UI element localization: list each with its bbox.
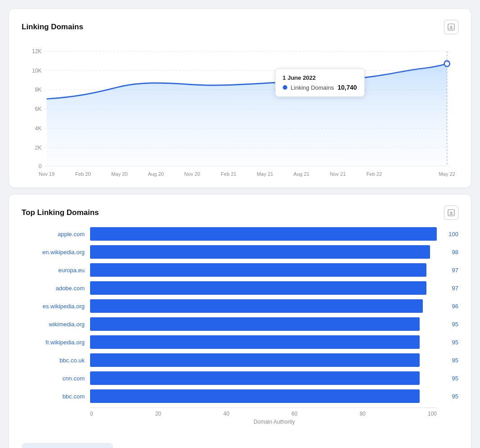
- view-all-button[interactable]: View all Linking Domains: [22, 443, 113, 448]
- svg-text:6K: 6K: [35, 106, 42, 112]
- svg-text:Nov 21: Nov 21: [330, 171, 346, 177]
- bar-domain-label[interactable]: bbc.com: [22, 393, 85, 400]
- bar-track: [90, 371, 437, 385]
- view-all-container: View all Linking Domains: [22, 434, 458, 448]
- svg-text:Feb 20: Feb 20: [75, 171, 91, 177]
- svg-text:Feb 21: Feb 21: [221, 171, 236, 177]
- svg-text:Nov 20: Nov 20: [184, 171, 200, 177]
- bar-fill: [90, 227, 437, 241]
- svg-text:Nov 19: Nov 19: [39, 171, 54, 177]
- bar-track: [90, 263, 437, 277]
- bar-domain-label[interactable]: fr.wikipedia.org: [22, 339, 85, 346]
- linking-domains-card: Linking Domains 12K 10K 8K 6K 4K 2K: [9, 9, 471, 187]
- bar-track: [90, 281, 437, 295]
- bar-value: 95: [442, 357, 458, 364]
- bar-value: 95: [442, 393, 458, 400]
- bar-domain-label[interactable]: wikimedia.org: [22, 321, 85, 328]
- bar-track: [90, 389, 437, 403]
- bar-fill: [90, 263, 426, 277]
- bar-fill: [90, 335, 420, 349]
- top-domains-export-button[interactable]: [444, 206, 458, 220]
- svg-text:4K: 4K: [35, 125, 42, 132]
- top-domains-title: Top Linking Domains: [22, 208, 99, 217]
- axis-label-100: 100: [428, 411, 437, 417]
- svg-text:May 20: May 20: [111, 171, 127, 177]
- svg-text:Aug 21: Aug 21: [294, 171, 309, 177]
- card-header: Linking Domains: [22, 20, 458, 34]
- svg-text:May 22: May 22: [439, 171, 455, 177]
- bar-value: 97: [442, 285, 458, 292]
- svg-text:Aug 20: Aug 20: [148, 171, 163, 177]
- svg-text:12K: 12K: [32, 48, 42, 54]
- bar-fill: [90, 281, 426, 295]
- bar-value: 100: [442, 231, 458, 238]
- bar-chart-area: apple.com 100 en.wikipedia.org 98 europa…: [22, 227, 458, 403]
- bar-value: 97: [442, 267, 458, 274]
- axis-label-0: 0: [90, 411, 93, 417]
- bar-domain-label[interactable]: europa.eu: [22, 267, 85, 274]
- bar-fill: [90, 371, 420, 385]
- bar-row: wikimedia.org 95: [22, 317, 458, 331]
- bar-domain-label[interactable]: adobe.com: [22, 285, 85, 292]
- bar-row: bbc.com 95: [22, 389, 458, 403]
- bar-row: es.wikipedia.org 96: [22, 299, 458, 313]
- bar-value: 95: [442, 375, 458, 382]
- export-icon-button[interactable]: [444, 20, 458, 34]
- bar-domain-label[interactable]: apple.com: [22, 231, 85, 238]
- bar-row: cnn.com 95: [22, 371, 458, 385]
- svg-text:10K: 10K: [32, 67, 42, 73]
- bar-fill: [90, 299, 423, 313]
- axis-label-80: 80: [360, 411, 366, 417]
- bar-track: [90, 245, 437, 259]
- svg-text:Feb 22: Feb 22: [367, 171, 382, 177]
- bar-track: [90, 353, 437, 367]
- bar-axis-labels: 0 20 40 60 80 100: [90, 411, 437, 417]
- svg-text:2K: 2K: [35, 145, 42, 151]
- bar-fill: [90, 353, 420, 367]
- axis-label-40: 40: [223, 411, 229, 417]
- bar-value: 95: [442, 321, 458, 328]
- bar-domain-label[interactable]: cnn.com: [22, 375, 85, 382]
- bar-domain-label[interactable]: es.wikipedia.org: [22, 303, 85, 310]
- top-domains-header: Top Linking Domains: [22, 206, 458, 220]
- bar-track: [90, 299, 437, 313]
- line-chart-container: 12K 10K 8K 6K 4K 2K 0 Nov 19: [22, 41, 458, 177]
- bar-row: europa.eu 97: [22, 263, 458, 277]
- bar-domain-label[interactable]: bbc.co.uk: [22, 357, 85, 364]
- line-chart-svg: 12K 10K 8K 6K 4K 2K 0 Nov 19: [22, 41, 458, 177]
- bar-track: [90, 317, 437, 331]
- bar-row: adobe.com 97: [22, 281, 458, 295]
- axis-title: Domain Authority: [90, 419, 458, 425]
- svg-text:8K: 8K: [35, 87, 42, 93]
- bar-value: 96: [442, 303, 458, 310]
- bar-axis: 0 20 40 60 80 100: [90, 407, 437, 417]
- card-title: Linking Domains: [22, 23, 83, 32]
- bar-track: [90, 227, 437, 241]
- bar-row: bbc.co.uk 95: [22, 353, 458, 367]
- svg-text:May 21: May 21: [257, 171, 273, 177]
- axis-label-60: 60: [291, 411, 297, 417]
- svg-text:0: 0: [39, 163, 42, 169]
- bar-track: [90, 335, 437, 349]
- bar-fill: [90, 317, 420, 331]
- bar-value: 98: [442, 249, 458, 256]
- bar-row: fr.wikipedia.org 95: [22, 335, 458, 349]
- bar-fill: [90, 389, 420, 403]
- axis-label-20: 20: [155, 411, 161, 417]
- bar-row: apple.com 100: [22, 227, 458, 241]
- bar-row: en.wikipedia.org 98: [22, 245, 458, 259]
- bar-domain-label[interactable]: en.wikipedia.org: [22, 249, 85, 256]
- top-linking-domains-card: Top Linking Domains apple.com 100 en.wik…: [9, 195, 471, 448]
- bar-fill: [90, 245, 430, 259]
- bar-value: 95: [442, 339, 458, 346]
